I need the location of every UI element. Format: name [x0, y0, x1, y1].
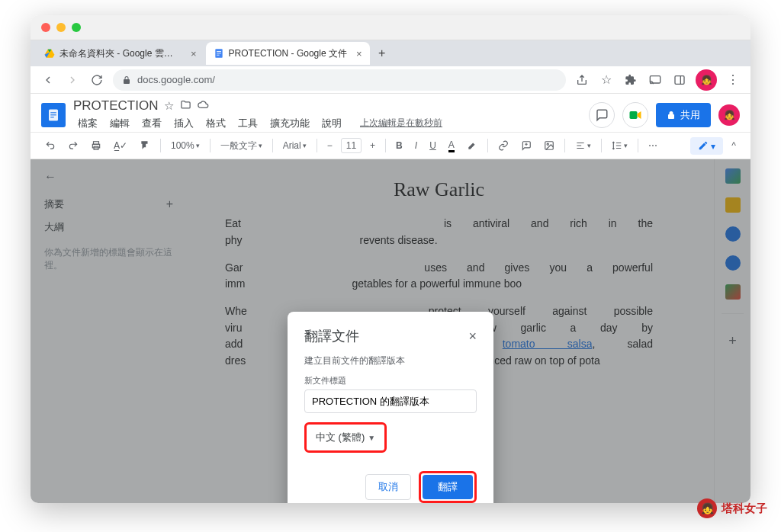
reload-button[interactable]	[88, 72, 105, 88]
undo-button[interactable]	[41, 138, 59, 153]
menu-edit[interactable]: 編輯	[105, 115, 134, 132]
svg-rect-7	[650, 75, 660, 82]
doc-content-area: ← 摘要 + 大綱 你為文件新增的標題會顯示在這裡。 Raw Garlic Ea…	[31, 159, 750, 503]
more-toolbar-button[interactable]: ⋯	[644, 138, 661, 153]
url-text: docs.google.com/	[137, 74, 215, 85]
tab-title: PROTECTION - Google 文件	[229, 47, 347, 60]
svg-rect-6	[217, 55, 220, 56]
font-size-dec[interactable]: −	[323, 138, 336, 153]
tab-close-icon[interactable]: ×	[356, 48, 362, 59]
user-avatar[interactable]: 👧	[718, 104, 740, 126]
redo-button[interactable]	[64, 138, 82, 153]
docs-icon	[214, 48, 224, 59]
browser-toolbar: docs.google.com/ ☆ 👧 ⋮	[31, 66, 750, 94]
bold-button[interactable]: B	[392, 138, 407, 153]
menu-format[interactable]: 格式	[201, 115, 230, 132]
svg-rect-5	[217, 53, 221, 53]
lock-icon	[667, 111, 676, 120]
window-maximize-button[interactable]	[72, 23, 81, 32]
tab-close-icon[interactable]: ×	[191, 48, 197, 59]
font-size-value[interactable]: 11	[341, 138, 362, 153]
document-title[interactable]: PROTECTION	[73, 98, 158, 114]
language-label: 中文 (繁體)	[316, 431, 365, 444]
menu-file[interactable]: 檔案	[73, 115, 102, 132]
address-bar[interactable]: docs.google.com/	[113, 69, 566, 91]
svg-rect-4	[217, 51, 221, 52]
menu-view[interactable]: 查看	[137, 115, 166, 132]
window-traffic-lights	[31, 15, 750, 40]
tab-title: 未命名資料夾 - Google 雲端硬碟	[59, 47, 182, 60]
spellcheck-button[interactable]: A̲✓	[110, 138, 131, 153]
translate-button[interactable]: 翻譯	[423, 475, 473, 499]
print-button[interactable]	[87, 138, 105, 153]
back-button[interactable]	[40, 72, 56, 88]
language-select[interactable]: 中文 (繁體) ▼	[308, 426, 383, 449]
docs-logo[interactable]	[41, 103, 66, 127]
sidepanel-icon[interactable]	[671, 72, 688, 88]
comment-history-button[interactable]	[589, 102, 615, 128]
browser-tab-drive[interactable]: 未命名資料夾 - Google 雲端硬碟 ×	[37, 42, 204, 65]
browser-menu-icon[interactable]: ⋮	[725, 72, 741, 88]
zoom-select[interactable]: 100%	[167, 138, 204, 153]
forward-button[interactable]	[64, 72, 81, 88]
profile-avatar[interactable]: 👧	[696, 69, 717, 91]
share-icon[interactable]	[574, 72, 590, 88]
watermark-icon: 👧	[697, 498, 717, 518]
modal-overlay: 翻譯文件 × 建立目前文件的翻譯版本 新文件標題 中文 (繁體) ▼ 取消	[31, 159, 750, 503]
text-color-button[interactable]: A	[445, 137, 458, 155]
align-button[interactable]	[571, 138, 595, 153]
chevron-down-icon: ▼	[368, 434, 375, 442]
cast-icon[interactable]	[647, 72, 664, 88]
menu-bar: 檔案 編輯 查看 插入 格式 工具 擴充功能 說明 上次編輯是在數秒前	[73, 115, 581, 132]
highlight-button[interactable]	[463, 138, 481, 153]
extensions-icon[interactable]	[622, 72, 639, 88]
insert-link-button[interactable]	[494, 138, 513, 153]
svg-point-22	[547, 143, 548, 145]
new-title-input[interactable]	[304, 389, 477, 413]
formatting-toolbar: A̲✓ 100% 一般文字 Arial − 11 + B I U A	[31, 132, 750, 159]
move-icon[interactable]	[180, 99, 191, 113]
share-button[interactable]: 共用	[656, 103, 711, 127]
style-select[interactable]: 一般文字	[217, 137, 266, 155]
insert-image-button[interactable]	[540, 138, 558, 153]
highlight-translate: 翻譯	[419, 471, 477, 503]
highlight-lang: 中文 (繁體) ▼	[304, 422, 387, 453]
menu-insert[interactable]: 插入	[169, 115, 198, 132]
translate-dialog: 翻譯文件 × 建立目前文件的翻譯版本 新文件標題 中文 (繁體) ▼ 取消	[288, 312, 493, 503]
font-size-inc[interactable]: +	[366, 138, 379, 153]
meet-button[interactable]	[622, 102, 648, 128]
font-select[interactable]: Arial	[279, 138, 310, 153]
italic-button[interactable]: I	[411, 138, 421, 153]
last-edit-text[interactable]: 上次編輯是在數秒前	[355, 115, 447, 132]
docs-app: PROTECTION ☆ 檔案 編輯 查看 插入 格式 工具 擴充功能 說明	[31, 94, 750, 503]
browser-tab-docs[interactable]: PROTECTION - Google 文件 ×	[206, 42, 370, 65]
svg-rect-11	[50, 112, 56, 113]
dialog-subtitle: 建立目前文件的翻譯版本	[304, 354, 477, 367]
paint-format-button[interactable]	[136, 138, 154, 153]
docs-header: PROTECTION ☆ 檔案 編輯 查看 插入 格式 工具 擴充功能 說明	[31, 94, 750, 132]
new-tab-button[interactable]: +	[371, 43, 393, 64]
dialog-close-button[interactable]: ×	[468, 328, 477, 345]
cancel-button[interactable]: 取消	[365, 474, 411, 500]
menu-extensions[interactable]: 擴充功能	[265, 115, 314, 132]
menu-tools[interactable]: 工具	[233, 115, 262, 132]
underline-button[interactable]: U	[426, 138, 440, 153]
hide-menus-button[interactable]: ^	[728, 138, 740, 153]
line-spacing-button[interactable]	[608, 138, 632, 153]
bookmark-icon[interactable]: ☆	[598, 72, 615, 88]
window-minimize-button[interactable]	[56, 23, 66, 32]
editing-mode-button[interactable]: ▾	[690, 137, 723, 155]
dialog-field-label: 新文件標題	[304, 375, 477, 386]
browser-tab-strip: 未命名資料夾 - Google 雲端硬碟 × PROTECTION - Goog…	[31, 40, 750, 66]
watermark: 👧 塔科女子	[697, 498, 767, 518]
insert-comment-button[interactable]	[517, 138, 535, 153]
browser-window: 未命名資料夾 - Google 雲端硬碟 × PROTECTION - Goog…	[31, 15, 750, 503]
star-icon[interactable]: ☆	[164, 99, 174, 113]
svg-rect-12	[50, 114, 56, 115]
svg-rect-8	[675, 75, 684, 84]
watermark-text: 塔科女子	[722, 502, 767, 516]
menu-help[interactable]: 說明	[317, 115, 346, 132]
window-close-button[interactable]	[41, 23, 50, 32]
svg-marker-15	[638, 111, 641, 119]
cloud-status-icon[interactable]	[198, 99, 209, 113]
